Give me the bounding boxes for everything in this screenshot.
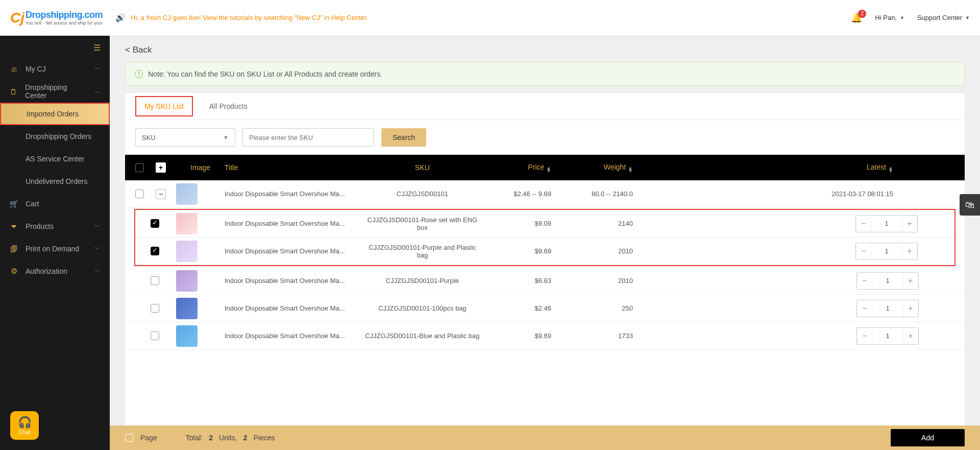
note-bar: ! Note: You can find the SKU on SKU List… — [125, 62, 965, 86]
col-image: Image — [176, 163, 225, 172]
back-button[interactable]: < Back — [110, 36, 980, 62]
nav-sub-undelivered[interactable]: Undelivered Orders — [0, 170, 110, 193]
sidebar: ☰ ⎚ My CJ ﹀ 🗒 Dropshipping Center ︿ Impo… — [0, 36, 110, 450]
caret-down-icon: ▼ — [900, 15, 904, 20]
col-latest[interactable]: Latest▲▼ — [643, 163, 954, 173]
bag-icon: 🛍 — [965, 200, 974, 210]
row-checkbox[interactable] — [151, 276, 159, 285]
nav-cart[interactable]: 🛒 Cart — [0, 193, 110, 215]
row-price: $2.46 — [480, 304, 561, 312]
nav-sub-as-service[interactable]: AS Service Center — [0, 148, 110, 170]
product-image — [176, 213, 198, 234]
pieces-label: Pieces — [254, 434, 275, 442]
chevron-down-icon: ﹀ — [94, 245, 101, 253]
row-sku: CJJZGJSD00101-Rose set with ENG box — [365, 216, 480, 231]
expand-all-button[interactable]: + — [156, 162, 166, 173]
select-all-checkbox[interactable] — [135, 163, 144, 172]
row-title: Indoor Disposable Smart Overshoe Ma... — [225, 277, 365, 285]
panel: My SKU List All Products SKU ▼ Search — [125, 93, 965, 450]
logo-cj-icon: Cj — [10, 10, 24, 26]
clipboard-icon: 🗒 — [9, 87, 18, 96]
qty-minus-button[interactable]: − — [857, 328, 872, 344]
qty-minus-button[interactable]: − — [856, 216, 871, 232]
qty-plus-button[interactable]: + — [902, 243, 917, 259]
note-text: Note: You can find the SKU on SKU List o… — [148, 70, 382, 78]
chat-label: Chat — [18, 429, 30, 435]
quantity-stepper[interactable]: − 1 + — [855, 215, 918, 232]
chat-button[interactable]: 🎧 Chat — [10, 411, 39, 440]
quantity-stepper[interactable]: − 1 + — [855, 243, 918, 260]
search-button[interactable]: Search — [381, 128, 426, 147]
row-weight: 2140 — [561, 220, 643, 227]
notifications-button[interactable]: 🔔 2 — [851, 12, 862, 23]
sidebar-toggle-button[interactable]: ☰ — [0, 36, 110, 58]
row-checkbox[interactable] — [151, 304, 159, 313]
col-price[interactable]: Price▲▼ — [480, 163, 561, 173]
tab-all-products[interactable]: All Products — [206, 93, 251, 120]
back-label: < Back — [125, 45, 152, 55]
qty-minus-button[interactable]: − — [857, 273, 872, 289]
qty-plus-button[interactable]: + — [903, 328, 918, 344]
collapse-button[interactable]: − — [156, 189, 166, 199]
nav-label: Print on Demand — [26, 245, 79, 253]
chevron-up-icon: ︿ — [94, 87, 101, 96]
nav-label: Cart — [26, 200, 39, 208]
row-sku: CJJZGJSD00101-Purple and Plastic bag — [365, 244, 480, 259]
nav-print-on-demand[interactable]: 🗐 Print on Demand ﹀ — [0, 238, 110, 260]
qty-plus-button[interactable]: + — [903, 300, 918, 317]
user-menu[interactable]: Hi Pan, ▼ — [875, 14, 904, 21]
row-checkbox[interactable] — [135, 190, 144, 198]
row-title: Indoor Disposable Smart Overshoe Ma... — [225, 190, 365, 198]
cart-drawer-button[interactable]: 🛍 — [960, 194, 980, 216]
pieces-count: 2 — [243, 434, 248, 442]
filter-select[interactable]: SKU ▼ — [135, 128, 235, 147]
nav-my-cj[interactable]: ⎚ My CJ ﹀ — [0, 58, 110, 80]
nav-sub-imported-orders[interactable]: Imported Orders — [0, 103, 110, 125]
row-sku: CJJZGJSD00101 — [365, 190, 480, 198]
chevron-down-icon: ﹀ — [94, 222, 101, 231]
nav-products[interactable]: ⏷ Products ﹀ — [0, 215, 110, 238]
row-price: $6.63 — [480, 277, 561, 285]
sort-icon: ▲▼ — [628, 167, 633, 173]
qty-plus-button[interactable]: + — [903, 273, 918, 289]
nav-sub-label: AS Service Center — [26, 155, 84, 163]
cart-icon: 🛒 — [9, 199, 18, 208]
footer-checkbox[interactable] — [125, 434, 133, 442]
quantity-stepper[interactable]: − 1 + — [856, 300, 919, 317]
quantity-stepper[interactable]: − 1 + — [856, 272, 919, 290]
nav-sub-label: Dropshipping Orders — [26, 132, 91, 140]
nav-authorization[interactable]: ⚙ Authorization ﹀ — [0, 260, 110, 282]
page-label: Page — [140, 434, 157, 442]
row-checkbox[interactable] — [151, 219, 159, 228]
nav-dropshipping-center[interactable]: 🗒 Dropshipping Center ︿ — [0, 80, 110, 103]
chevron-down-icon: ﹀ — [94, 267, 101, 276]
row-checkbox[interactable] — [151, 247, 159, 255]
qty-minus-button[interactable]: − — [857, 300, 872, 317]
row-weight: 2010 — [561, 277, 643, 285]
sku-input[interactable] — [242, 128, 374, 147]
qty-minus-button[interactable]: − — [856, 243, 871, 259]
sort-icon: ▲▼ — [888, 167, 893, 173]
qty-value: 1 — [871, 247, 902, 255]
row-checkbox[interactable] — [151, 331, 159, 340]
product-image — [176, 183, 198, 205]
quantity-stepper[interactable]: − 1 + — [856, 327, 919, 345]
tab-my-sku-list[interactable]: My SKU List — [135, 96, 193, 116]
footer-bar: Page Total: 2 Units, 2 Pieces Add — [110, 425, 980, 450]
speaker-icon: 🔊 — [115, 13, 126, 22]
sort-icon: ▲▼ — [546, 167, 551, 173]
add-button[interactable]: Add — [891, 429, 965, 446]
col-weight[interactable]: Weight▲▼ — [561, 163, 643, 173]
gear-icon: ⚙ — [9, 267, 18, 276]
nav-sub-dropshipping-orders[interactable]: Dropshipping Orders — [0, 125, 110, 148]
units-label: Units, — [219, 434, 237, 442]
qty-plus-button[interactable]: + — [902, 216, 917, 232]
nav-label: Authorization — [26, 267, 67, 275]
info-icon: ! — [135, 70, 143, 78]
table-row: Indoor Disposable Smart Overshoe Ma... C… — [125, 295, 965, 322]
table-row: Indoor Disposable Smart Overshoe Ma... C… — [135, 238, 954, 265]
package-icon: ⏷ — [9, 222, 18, 231]
logo[interactable]: Cj Dropshipping.com You sell - We source… — [10, 10, 103, 26]
support-menu[interactable]: Support Center ▼ — [917, 14, 970, 21]
select-value: SKU — [142, 134, 156, 141]
